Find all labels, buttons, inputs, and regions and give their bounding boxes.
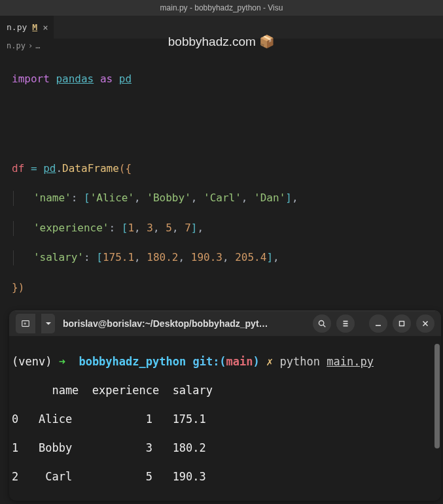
terminal-scrollbar[interactable] (434, 344, 440, 448)
code-line: 'salary': [175.1, 180.2, 190.3, 205.4], (12, 250, 431, 265)
svg-rect-7 (344, 326, 348, 327)
code-line: import pandas as pd (12, 72, 431, 87)
svg-rect-6 (344, 323, 348, 324)
svg-point-3 (319, 320, 323, 325)
code-line (12, 131, 431, 146)
breadcrumb-file[interactable]: n.py (7, 41, 26, 50)
tab-modified-badge: M (32, 22, 37, 32)
code-line (12, 101, 431, 116)
code-line: 'experience': [1, 3, 5, 7], (12, 221, 431, 236)
terminal-body[interactable]: (venv) ➜ bobbyhadz_python git:(main) ✗ p… (9, 336, 441, 501)
tab-menu-button[interactable] (41, 314, 55, 333)
search-button[interactable] (313, 314, 331, 333)
editor-tab-bar: n.py M × (0, 16, 443, 39)
terminal-line: 0 Alice 1 175.1 (12, 412, 438, 426)
terminal-panel: borislav@borislav:~/Desktop/bobbyhadz_py… (9, 311, 441, 501)
tab-filename: n.py (7, 22, 27, 32)
svg-rect-8 (376, 325, 381, 326)
maximize-button[interactable] (393, 314, 411, 333)
window-title: main.py - bobbyhadz_python - Visu (160, 3, 283, 12)
code-line: 'name': ['Alice', 'Bobby', 'Carl', 'Dan'… (12, 191, 431, 206)
svg-line-4 (323, 325, 325, 327)
window-titlebar: main.py - bobbyhadz_python - Visu (0, 0, 443, 16)
minimize-button[interactable] (369, 314, 387, 333)
terminal-line: name experience salary (12, 383, 438, 397)
svg-rect-9 (400, 322, 404, 326)
chevron-right-icon: › (28, 41, 33, 50)
code-line: }) (12, 280, 431, 295)
menu-button[interactable] (336, 314, 355, 333)
code-line: df = pd.DataFrame({ (12, 161, 431, 176)
terminal-line: (venv) ➜ bobbyhadz_python git:(main) ✗ p… (12, 354, 438, 369)
close-button[interactable] (416, 314, 434, 333)
editor-tab-main-py[interactable]: n.py M × (0, 16, 54, 39)
new-tab-button[interactable] (16, 314, 35, 333)
terminal-line: 3 Dan 7 205.4 (12, 498, 438, 501)
breadcrumb[interactable]: n.py › … (0, 39, 443, 53)
terminal-title: borislav@borislav:~/Desktop/bobbyhadz_py… (63, 318, 308, 329)
tab-close-icon[interactable]: × (43, 22, 48, 33)
terminal-line: 1 Bobby 3 180.2 (12, 441, 438, 455)
svg-rect-5 (344, 321, 348, 322)
breadcrumb-more[interactable]: … (35, 41, 40, 50)
terminal-line: 2 Carl 5 190.3 (12, 469, 438, 484)
terminal-header: borislav@borislav:~/Desktop/bobbyhadz_py… (9, 311, 441, 336)
svg-rect-2 (24, 324, 26, 324)
